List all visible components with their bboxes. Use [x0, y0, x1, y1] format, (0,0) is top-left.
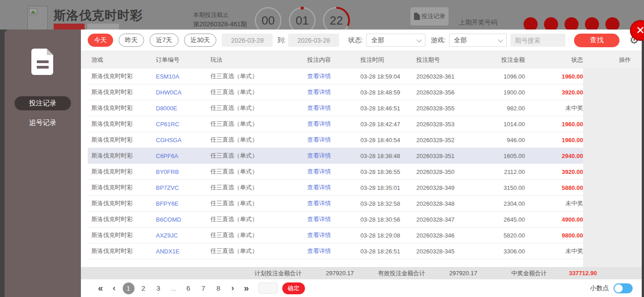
cell-status: 1960.00 — [525, 121, 583, 128]
cell-period: 20260328-350 — [416, 168, 480, 175]
page-number[interactable]: 6 — [181, 282, 196, 294]
date-from-input[interactable] — [222, 34, 273, 47]
table-row[interactable]: 斯洛伐克时时彩 BY0FRB 任三直选（单式） 查看详情 03-28 18:36… — [88, 164, 583, 180]
detail-link[interactable]: 查看详情 — [307, 120, 331, 127]
detail-link[interactable]: 查看详情 — [307, 136, 331, 143]
table-row[interactable]: 斯洛伐克时时彩 D8000E 任三直选（单式） 查看详情 03-28 18:46… — [88, 100, 583, 116]
table-row[interactable]: 斯洛伐克时时彩 C6PF6A 任三直选（单式） 查看详情 03-28 18:38… — [88, 148, 583, 164]
order-link[interactable]: BFPY6E — [156, 200, 179, 207]
cell-time: 03-28 18:42:47 — [360, 121, 416, 128]
table-row[interactable]: 斯洛伐克时时彩 B6COMD 任三直选（单式） 查看详情 03-28 18:30… — [88, 212, 583, 228]
date-to-input[interactable] — [288, 34, 339, 47]
page-number[interactable]: 7 — [196, 282, 211, 294]
search-button[interactable]: 查找 — [574, 34, 619, 47]
table-row[interactable]: 斯洛伐克时时彩 BFPY6E 任三直选（单式） 查看详情 03-28 18:32… — [88, 196, 583, 212]
detail-link[interactable]: 查看详情 — [307, 216, 331, 223]
dimmed-background-header: 斯洛伐克时时彩 本期投注截止 第20260328-461期 00 01 22 投… — [0, 0, 644, 30]
quick-date-filter[interactable]: 近30天 — [184, 34, 217, 47]
cell-time: 03-28 18:32:58 — [360, 200, 416, 207]
order-link[interactable]: CGHSGA — [156, 137, 181, 144]
status-select-value: 全部 — [371, 36, 384, 45]
cell-time: 03-28 18:36:55 — [360, 168, 416, 175]
cell-status: 3920.00 — [525, 89, 583, 96]
cell-status: 未中奖 — [525, 247, 583, 255]
quick-date-filter[interactable]: 今天 — [88, 34, 113, 47]
table-row[interactable]: 斯洛伐克时时彩 BP7ZVC 任三直选（单式） 查看详情 03-28 18:35… — [88, 180, 583, 196]
cell-status: 1960.00 — [525, 73, 583, 80]
cell-game: 斯洛伐克时时彩 — [88, 199, 156, 208]
page-number[interactable]: 1 — [121, 282, 136, 294]
detail-link[interactable]: 查看详情 — [307, 248, 331, 254]
table-row[interactable]: 斯洛伐克时时彩 ESM10A 任三直选（单式） 查看详情 03-28 18:59… — [88, 69, 583, 84]
detail-link[interactable]: 查看详情 — [307, 104, 331, 111]
cell-play: 任三直选（单式） — [210, 168, 307, 176]
cell-status: 4900.00 — [525, 216, 583, 223]
order-link[interactable]: CP61RC — [156, 121, 179, 128]
lottery-ball — [585, 17, 599, 30]
detail-link[interactable]: 查看详情 — [307, 168, 331, 175]
order-link[interactable]: ESM10A — [156, 73, 179, 80]
table-row[interactable]: 斯洛伐克时时彩 CP61RC 任三直选（单式） 查看详情 03-28 18:42… — [88, 116, 583, 132]
detail-link[interactable]: 查看详情 — [307, 232, 331, 238]
detail-link[interactable]: 查看详情 — [307, 89, 331, 95]
quick-date-filter[interactable]: 近7天 — [150, 34, 179, 47]
detail-link[interactable]: 查看详情 — [307, 73, 331, 79]
table-row[interactable]: 斯洛伐克时时彩 AXZ9JC 任三直选（单式） 查看详情 03-28 18:29… — [88, 228, 583, 243]
table-row[interactable]: 斯洛伐克时时彩 CGHSGA 任三直选（单式） 查看详情 03-28 18:40… — [88, 132, 583, 148]
last-draw-balls — [524, 17, 619, 30]
order-link[interactable]: BY0FRB — [156, 168, 179, 175]
order-link[interactable]: DHW0CA — [156, 89, 181, 96]
bet-record-button[interactable]: 投注记录 — [410, 7, 449, 25]
cell-game: 斯洛伐克时时彩 — [88, 231, 156, 239]
cell-amount: 2112.00 — [480, 168, 525, 175]
pagination-bar: « ‹ 123...678 › » 确定 小数点 — [81, 279, 642, 297]
countdown-digit: 00 — [255, 7, 282, 30]
table-row[interactable]: 斯洛伐克时时彩 ANDX1E 任三直选（单式） 查看详情 03-28 18:26… — [88, 243, 583, 259]
last-page-button[interactable]: » — [240, 283, 253, 293]
page-number[interactable]: 2 — [136, 282, 151, 294]
detail-link[interactable]: 查看详情 — [307, 152, 331, 159]
status-select[interactable]: 全部 — [366, 34, 425, 47]
game-select[interactable]: 全部 — [449, 34, 507, 47]
order-link[interactable]: B6COMD — [156, 216, 181, 223]
confirm-button[interactable]: 确定 — [282, 282, 305, 294]
last-draw-label: 上期开奖号码 — [459, 19, 497, 27]
order-link[interactable]: ANDX1E — [156, 248, 180, 255]
deadline-period: 第20260328-461期 — [193, 20, 247, 29]
order-link[interactable]: AXZ9JC — [156, 232, 178, 239]
lottery-ball — [544, 17, 558, 30]
next-page-button[interactable]: › — [226, 283, 240, 293]
dimmed-tab-red[interactable] — [54, 24, 85, 30]
order-link[interactable]: C6PF6A — [156, 153, 178, 159]
modal-content-panel: 今天昨天近7天近30天 到: 状态: 全部 游戏: 全部 查找 ⚙ 游戏 订单编… — [81, 30, 642, 297]
cell-game: 斯洛伐克时时彩 — [88, 247, 156, 255]
sidebar-item-chase-records[interactable]: 追号记录 — [15, 116, 71, 129]
decimal-toggle[interactable] — [614, 283, 633, 293]
order-link[interactable]: D8000E — [156, 105, 177, 112]
cell-time: 03-28 18:59:04 — [360, 73, 416, 80]
cell-status: 1960.00 — [525, 137, 583, 144]
order-link[interactable]: BP7ZVC — [156, 184, 179, 191]
summary-label: 计划投注金额合计 — [255, 269, 302, 277]
prev-page-button[interactable]: ‹ — [107, 283, 121, 293]
cell-period: 20260328-347 — [416, 216, 480, 223]
page-jump-input[interactable] — [259, 282, 278, 294]
page-number[interactable]: 3 — [151, 282, 166, 294]
cell-status: 未中奖 — [525, 199, 583, 208]
dimmed-tab-gray[interactable] — [87, 24, 119, 30]
cell-play: 任三直选（单式） — [210, 152, 307, 160]
quick-date-filter[interactable]: 昨天 — [119, 34, 144, 47]
detail-link[interactable]: 查看详情 — [307, 184, 331, 191]
sidebar-item-bet-records[interactable]: 投注记录 — [15, 96, 71, 110]
period-search-input[interactable] — [510, 34, 565, 47]
cell-amount: 1096.00 — [480, 73, 525, 80]
col-time: 投注时间 — [360, 56, 416, 64]
first-page-button[interactable]: « — [94, 283, 107, 293]
table-row[interactable]: 斯洛伐克时时彩 DHW0CA 任三直选（单式） 查看详情 03-28 18:48… — [88, 84, 583, 100]
summary-label: 有效投注金额合计 — [378, 269, 425, 277]
detail-link[interactable]: 查看详情 — [307, 200, 331, 207]
page-number[interactable]: 8 — [211, 282, 226, 294]
cell-amount: 946.00 — [480, 137, 525, 144]
cell-game: 斯洛伐克时时彩 — [88, 72, 156, 80]
countdown-timer: 00 01 22 — [255, 7, 350, 30]
